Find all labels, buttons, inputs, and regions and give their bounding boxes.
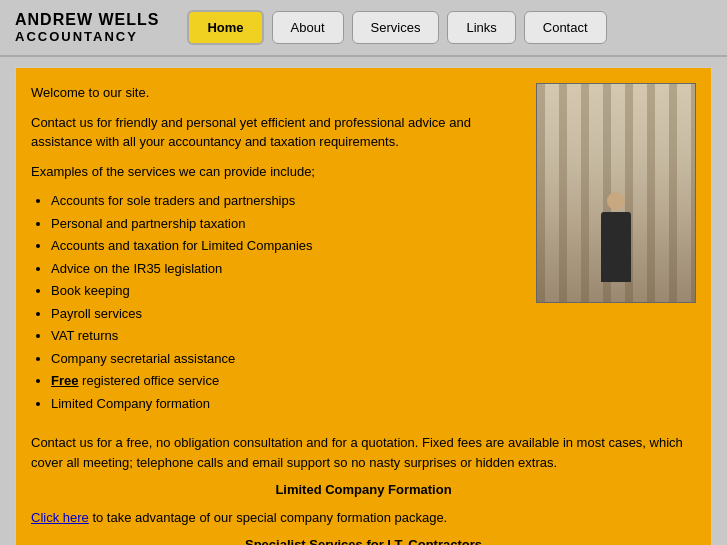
list-item: VAT returns [51, 326, 521, 346]
list-item: Advice on the IR35 legislation [51, 259, 521, 279]
logo-top: ANDREW WELLS [15, 11, 159, 29]
person-silhouette [601, 212, 631, 282]
nav-contact-button[interactable]: Contact [524, 11, 607, 44]
logo: ANDREW WELLS ACCOUNTANCY [15, 11, 159, 44]
content-box: Welcome to our site. Contact us for frie… [15, 67, 712, 545]
header: ANDREW WELLS ACCOUNTANCY Home About Serv… [0, 0, 727, 57]
intro-contact: Contact us for friendly and personal yet… [31, 113, 521, 152]
building-image [536, 83, 696, 303]
services-list: Accounts for sole traders and partnershi… [51, 191, 521, 413]
intro-services: Examples of the services we can provide … [31, 162, 521, 182]
nav-services-button[interactable]: Services [352, 11, 440, 44]
content-top: Welcome to our site. Contact us for frie… [31, 83, 696, 423]
list-item: Company secretarial assistance [51, 349, 521, 369]
section1-link[interactable]: Click here [31, 510, 89, 525]
free-label: Free [51, 373, 78, 388]
nav-home-button[interactable]: Home [187, 10, 263, 45]
list-item: Book keeping [51, 281, 521, 301]
logo-bottom-text: ACCOUNTANCY [15, 29, 138, 44]
list-item: Limited Company formation [51, 394, 521, 414]
list-item: Payroll services [51, 304, 521, 324]
content-bottom: Contact us for a free, no obligation con… [31, 433, 696, 545]
main-wrapper: Welcome to our site. Contact us for frie… [0, 57, 727, 545]
section1-title: Limited Company Formation [31, 480, 696, 500]
nav-links-button[interactable]: Links [447, 11, 515, 44]
list-item: Personal and partnership taxation [51, 214, 521, 234]
list-item: Accounts for sole traders and partnershi… [51, 191, 521, 211]
image-bg [537, 84, 695, 302]
section1-text: to take advantage of our special company… [89, 510, 447, 525]
intro-welcome: Welcome to our site. [31, 83, 521, 103]
list-item-free-office: Free registered office service [51, 371, 521, 391]
section1-body: Click here to take advantage of our spec… [31, 508, 696, 528]
nav-about-button[interactable]: About [272, 11, 344, 44]
section2-title: Specialist Services for I.T. Contractors [31, 535, 696, 545]
consultation-text: Contact us for a free, no obligation con… [31, 433, 696, 472]
list-item: Accounts and taxation for Limited Compan… [51, 236, 521, 256]
content-text: Welcome to our site. Contact us for frie… [31, 83, 521, 423]
logo-bottom: ACCOUNTANCY [15, 29, 159, 44]
logo-top-text: ANDREW WELLS [15, 11, 159, 28]
